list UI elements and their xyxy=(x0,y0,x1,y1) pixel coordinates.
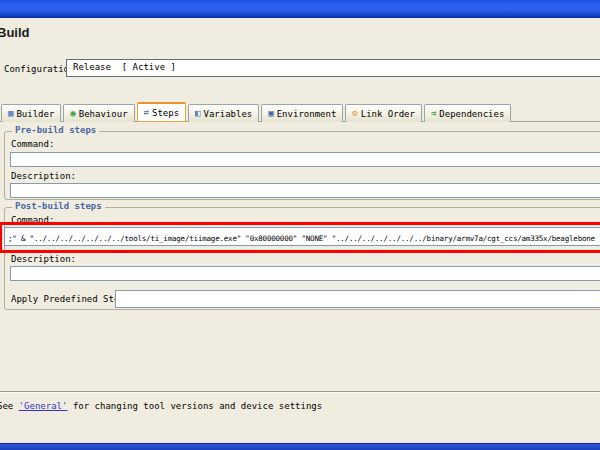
tab-label: Environment xyxy=(277,109,337,119)
pre-build-command-label: Command: xyxy=(11,139,54,149)
footer-suffix: for changing tool versions and device se… xyxy=(67,401,322,411)
apply-predefined-step-label: Apply Predefined Step: xyxy=(11,294,130,304)
builder-icon: ▦ xyxy=(8,109,13,118)
steps-icon: ⇄ xyxy=(144,108,149,117)
tab-dependencies[interactable]: ⇉ Dependencies xyxy=(424,104,511,122)
post-build-group-title: Post-build steps xyxy=(12,201,105,211)
dependencies-icon: ⇉ xyxy=(431,109,436,118)
behaviour-icon: ◉ xyxy=(70,109,75,118)
title-bar[interactable] xyxy=(0,0,600,18)
tab-environment[interactable]: ▣ Environment xyxy=(261,104,343,122)
tab-label: Steps xyxy=(152,108,179,118)
build-properties-window: Build Configuration: Release [ Active ] … xyxy=(0,0,600,450)
apply-predefined-step-combo[interactable] xyxy=(115,290,600,308)
tab-label: Dependencies xyxy=(439,109,504,119)
pre-build-command-input[interactable] xyxy=(10,152,600,167)
page-title: Build xyxy=(0,25,30,40)
environment-icon: ▣ xyxy=(268,109,273,118)
variables-icon: ◧ xyxy=(195,109,200,118)
tab-label: Variables xyxy=(204,109,253,119)
post-build-command-input[interactable] xyxy=(4,227,600,246)
footer-note: See 'General' for changing tool versions… xyxy=(0,401,322,411)
post-build-steps-group: Post-build steps Command: Description: A… xyxy=(4,207,600,310)
footer-separator xyxy=(0,391,600,393)
tab-bar: ▦ Builder ◉ Behaviour ⇄ Steps ◧ Variable… xyxy=(1,102,511,122)
link-order-icon: ⚙ xyxy=(352,109,357,118)
pre-build-description-input[interactable] xyxy=(10,183,600,198)
tab-builder[interactable]: ▦ Builder xyxy=(1,104,61,122)
tab-behaviour[interactable]: ◉ Behaviour xyxy=(63,104,134,122)
general-link[interactable]: 'General' xyxy=(19,401,68,411)
pre-build-steps-group: Pre-build steps Command: Description: xyxy=(4,131,600,200)
tab-steps[interactable]: ⇄ Steps xyxy=(137,102,187,122)
tab-label: Behaviour xyxy=(79,109,128,119)
pre-build-group-title: Pre-build steps xyxy=(12,125,99,135)
tab-variables[interactable]: ◧ Variables xyxy=(188,104,259,122)
highlight-rectangle xyxy=(0,222,600,253)
post-build-description-label: Description: xyxy=(11,254,76,264)
tab-label: Builder xyxy=(16,109,54,119)
window-bottom-edge xyxy=(0,443,600,450)
post-build-description-input[interactable] xyxy=(10,266,600,281)
pre-build-description-label: Description: xyxy=(11,171,76,181)
configuration-combo[interactable]: Release [ Active ] xyxy=(66,59,600,77)
tab-label: Link Order xyxy=(361,109,415,119)
tab-link-order[interactable]: ⚙ Link Order xyxy=(345,104,422,122)
footer-prefix: See xyxy=(0,401,19,411)
